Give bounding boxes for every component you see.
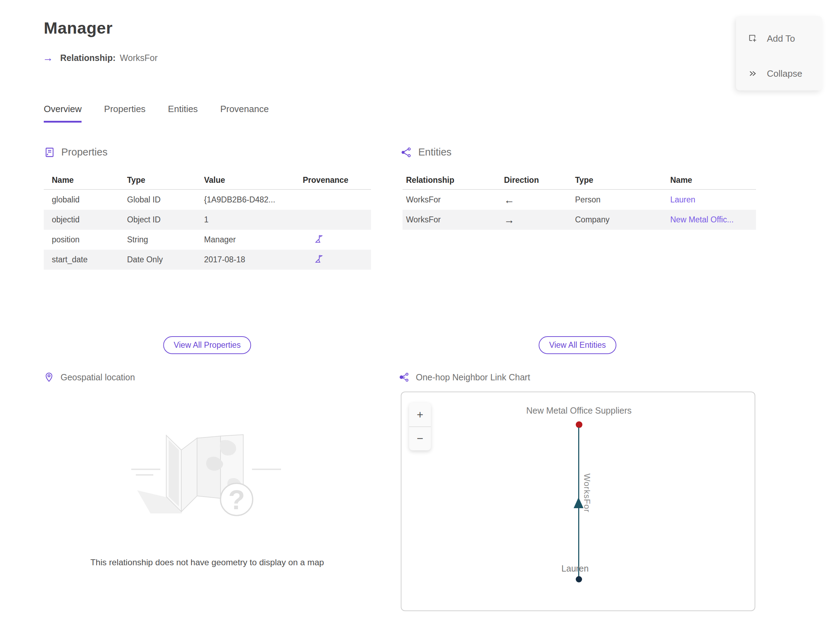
prop-provenance: [295, 234, 371, 246]
subtitle-label: Relationship:: [60, 53, 115, 63]
breadcrumb: → Relationship: WorksFor: [43, 52, 158, 63]
prop-name: start_date: [44, 255, 119, 264]
entities-table: Relationship Direction Type Name WorksFo…: [403, 171, 756, 230]
col-header-type: Type: [572, 176, 667, 185]
link-chart-canvas[interactable]: + − New Metal Office Suppliers WorksFor …: [401, 392, 755, 611]
svg-text:?: ?: [228, 484, 245, 515]
prop-name: objectid: [44, 215, 119, 225]
floating-action-panel: Add To Collapse: [736, 16, 822, 90]
chart-edge-label: WorksFor: [582, 473, 592, 513]
entities-table-header: Relationship Direction Type Name: [403, 171, 756, 190]
col-header-name: Name: [667, 176, 756, 185]
view-all-entities-button[interactable]: View All Entities: [538, 336, 616, 354]
prop-provenance: [295, 254, 371, 266]
properties-table: Name Type Value Provenance globalid Glob…: [44, 171, 371, 270]
direction-arrow-icon: ←: [501, 194, 572, 206]
entity-type: Company: [572, 215, 667, 225]
prop-value: 1: [196, 215, 295, 225]
map-placeholder-illustration: ?: [129, 416, 285, 528]
prop-value: 2017-08-18: [196, 255, 295, 264]
table-row: WorksFor → Company New Metal Offic...: [403, 210, 756, 230]
add-to-label: Add To: [767, 33, 795, 44]
col-header-value: Value: [196, 176, 295, 185]
prop-type: Date Only: [119, 255, 196, 264]
table-row: globalid Global ID {1A9DB2B6-D482...: [44, 190, 371, 210]
prop-name: position: [44, 235, 119, 244]
entities-graph-icon: [401, 147, 412, 158]
link-chart-section-title: One-hop Neighbor Link Chart: [416, 372, 530, 383]
entity-relationship: WorksFor: [403, 215, 501, 225]
tab-entities[interactable]: Entities: [168, 104, 198, 123]
tab-provenance[interactable]: Provenance: [220, 104, 269, 123]
zoom-out-button[interactable]: −: [409, 427, 431, 450]
provenance-flag-icon[interactable]: [314, 234, 324, 244]
table-row: position String Manager: [44, 230, 371, 250]
prop-type: String: [119, 235, 196, 244]
prop-name: globalid: [44, 195, 119, 204]
chart-node-label: New Metal Office Suppliers: [526, 405, 632, 416]
properties-section-header: Properties: [44, 146, 107, 158]
prop-value: {1A9DB2B6-D482...: [196, 195, 295, 204]
no-geometry-message: This relationship does not have geometry…: [90, 558, 324, 567]
add-to-button[interactable]: Add To: [736, 31, 822, 46]
direction-arrow-icon: →: [501, 214, 572, 226]
relationship-arrow-icon: →: [43, 52, 53, 63]
tab-bar: Overview Properties Entities Provenance: [44, 104, 269, 123]
properties-table-header: Name Type Value Provenance: [44, 171, 371, 190]
col-header-direction: Direction: [501, 176, 572, 185]
chart-node-person[interactable]: [576, 576, 582, 582]
add-to-icon: [748, 33, 758, 43]
col-header-name: Name: [44, 176, 119, 185]
geospatial-section-header: Geospatial location: [44, 372, 135, 383]
properties-icon: [44, 147, 55, 158]
view-all-properties-button[interactable]: View All Properties: [163, 336, 251, 354]
page-title: Manager: [44, 18, 113, 38]
prop-type: Global ID: [119, 195, 196, 204]
table-row: WorksFor ← Person Lauren: [403, 190, 756, 210]
entities-section-header: Entities: [401, 146, 452, 158]
collapse-button[interactable]: Collapse: [736, 66, 822, 81]
map-pin-icon: [44, 372, 54, 383]
col-header-relationship: Relationship: [403, 176, 501, 185]
geospatial-section-title: Geospatial location: [60, 372, 135, 383]
provenance-flag-icon[interactable]: [314, 254, 324, 264]
table-row: start_date Date Only 2017-08-18: [44, 250, 371, 270]
col-header-type: Type: [119, 176, 196, 185]
collapse-chevrons-icon: [748, 69, 758, 78]
entities-section-title: Entities: [418, 146, 452, 158]
entity-type: Person: [572, 195, 667, 204]
collapse-label: Collapse: [767, 68, 802, 79]
prop-type: Object ID: [119, 215, 196, 225]
zoom-control: + −: [409, 403, 431, 450]
link-chart-icon: [399, 372, 409, 383]
col-header-provenance: Provenance: [295, 176, 371, 185]
zoom-in-button[interactable]: +: [409, 403, 431, 427]
link-chart-section-header: One-hop Neighbor Link Chart: [399, 372, 530, 383]
subtitle-value: WorksFor: [120, 53, 158, 63]
table-row: objectid Object ID 1: [44, 210, 371, 230]
entity-name-link[interactable]: Lauren: [667, 195, 756, 204]
tab-properties[interactable]: Properties: [104, 104, 145, 123]
entity-name-link[interactable]: New Metal Offic...: [667, 215, 756, 225]
properties-section-title: Properties: [61, 146, 107, 158]
chart-node-label: Lauren: [561, 563, 589, 574]
tab-overview[interactable]: Overview: [44, 104, 82, 123]
prop-value: Manager: [196, 235, 295, 244]
entity-relationship: WorksFor: [403, 195, 501, 204]
